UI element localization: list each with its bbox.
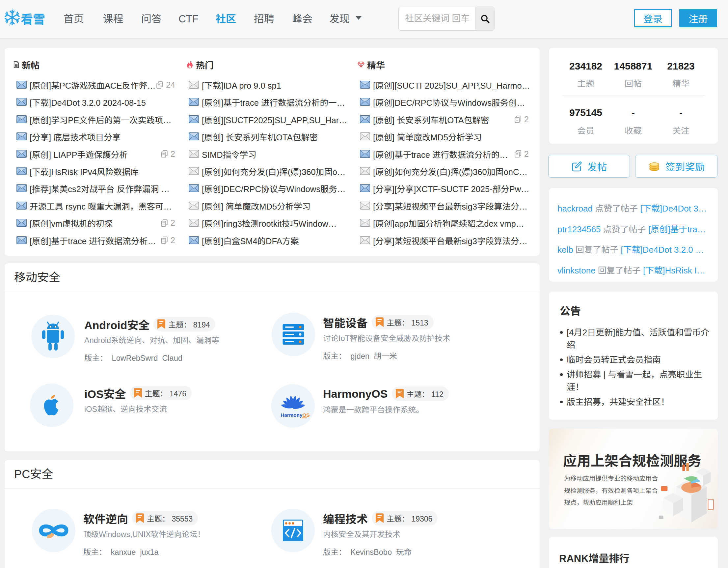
svg-text:HarmonyOS: HarmonyOS	[281, 412, 310, 418]
